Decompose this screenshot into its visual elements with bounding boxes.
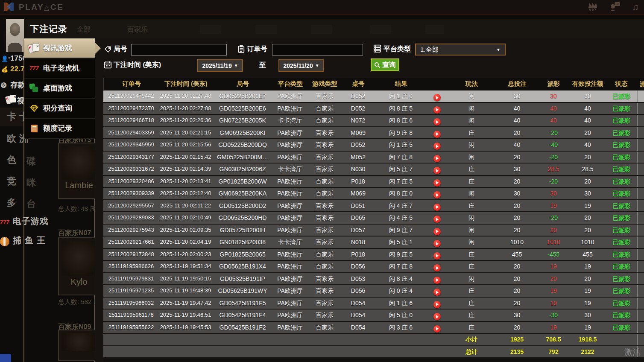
- table-row[interactable]: 2511191959611762025-11-19 19:46:51GD0542…: [103, 309, 644, 321]
- play-video-button[interactable]: [433, 155, 441, 162]
- playace-logo-icon: [3, 1, 15, 12]
- cell-platform: PA欧洲厅: [273, 90, 307, 102]
- play-video-button[interactable]: [433, 240, 441, 247]
- table-row[interactable]: 2511191959712352025-11-19 19:48:39GD0562…: [103, 285, 644, 297]
- table-row[interactable]: 2511200293431772025-11-20 02:15:42GM0522…: [103, 152, 644, 163]
- table-row[interactable]: 2511200294033592025-11-20 02:21:15GM0692…: [103, 127, 644, 139]
- table-row[interactable]: 2511200292955572025-11-20 02:11:22GD0512…: [103, 200, 644, 212]
- play-video-button[interactable]: [433, 264, 441, 272]
- table-row[interactable]: 2511200291738482025-11-20 02:00:23GP0182…: [103, 249, 644, 260]
- cell-play[interactable]: [427, 152, 446, 163]
- play-video-button[interactable]: [433, 289, 441, 296]
- table-row[interactable]: 2511200292759432025-11-20 02:09:35GD0572…: [103, 225, 644, 236]
- cell-play[interactable]: [427, 127, 446, 139]
- play-video-button[interactable]: [433, 313, 441, 320]
- cell-total: 20: [497, 176, 537, 187]
- play-video-button[interactable]: [433, 191, 441, 199]
- cell-extra: [637, 285, 644, 297]
- cell-play[interactable]: [427, 90, 446, 102]
- table-row[interactable]: 2511191959866262025-11-19 19:51:34GD0562…: [103, 261, 644, 272]
- play-video-button[interactable]: [433, 301, 441, 308]
- bg-tab-all: 全部: [77, 25, 91, 34]
- customer-service-icon[interactable]: [609, 1, 621, 13]
- play-video-button[interactable]: [433, 216, 441, 223]
- table-row[interactable]: 2511191959556222025-11-19 19:45:53GD0542…: [103, 322, 644, 333]
- order-input[interactable]: [272, 44, 363, 55]
- sidebar-item-5[interactable]: 额度记录: [24, 119, 95, 139]
- play-video-button[interactable]: [433, 204, 441, 211]
- sidebar-item-label: 电子老虎机: [43, 63, 79, 73]
- table-row[interactable]: 2511200294794422025-11-20 02:27:48GD0522…: [103, 90, 644, 102]
- sidebar-item-3[interactable]: 桌面游戏: [24, 79, 95, 99]
- cell-play[interactable]: [427, 285, 446, 297]
- cell-round: [212, 334, 273, 345]
- cell-play[interactable]: [427, 298, 446, 309]
- cell-round: GN03025B2006Z: [212, 163, 273, 175]
- table-row[interactable]: 2511200292176612025-11-20 02:04:19GN0182…: [103, 236, 644, 248]
- vip-label: VIP: [589, 8, 597, 12]
- round-input[interactable]: [131, 44, 227, 55]
- platform-select[interactable]: 1.全部 ▼: [415, 44, 506, 55]
- cell-time: 2025-11-20 02:14:39: [159, 163, 212, 175]
- date-to-picker[interactable]: 2025/11/20 ▼: [278, 59, 324, 72]
- table-row[interactable]: 2511200292890332025-11-20 02:10:49GD0652…: [103, 212, 644, 224]
- cell-game: 百家乐: [307, 225, 342, 236]
- cell-play[interactable]: [427, 225, 446, 236]
- play-video-button[interactable]: [433, 106, 441, 114]
- cell-game: 百家乐: [307, 152, 342, 163]
- vip-icon[interactable]: VIP: [588, 2, 598, 12]
- cell-bet: 闲: [446, 115, 497, 126]
- bg-nav-label: 电子游戏: [13, 216, 49, 226]
- cell-order: 251120029289033: [103, 212, 159, 224]
- play-video-button[interactable]: [433, 277, 441, 284]
- play-video-button[interactable]: [433, 252, 441, 260]
- cell-play[interactable]: [427, 273, 446, 285]
- cell-status: [606, 334, 637, 345]
- cell-status: 已派彩: [606, 127, 637, 139]
- cell-extra: [637, 200, 644, 212]
- cell-play[interactable]: [427, 200, 446, 212]
- cell-play[interactable]: [427, 163, 446, 175]
- date-from-picker[interactable]: 2025/11/19 ▼: [197, 59, 243, 72]
- table-row[interactable]: 2511200294723702025-11-20 02:27:08GD0522…: [103, 103, 644, 114]
- table-row[interactable]: 2511200293204862025-11-20 02:13:41GP0182…: [103, 176, 644, 187]
- play-video-button[interactable]: [433, 325, 441, 333]
- sidebar-item-4[interactable]: 积分查询: [24, 99, 95, 119]
- cell-result: [374, 334, 427, 345]
- play-video-button[interactable]: [433, 179, 441, 187]
- cell-play[interactable]: [427, 176, 446, 187]
- play-video-button[interactable]: [433, 94, 441, 101]
- cell-play[interactable]: [427, 188, 446, 199]
- cell-play[interactable]: [427, 261, 446, 272]
- table-row[interactable]: 2511200293316722025-11-20 02:14:39GN0302…: [103, 163, 644, 175]
- play-video-button[interactable]: [433, 118, 441, 126]
- cell-play[interactable]: [427, 309, 446, 321]
- cell-result: 闲 7 庄 8: [374, 261, 427, 272]
- table-row[interactable]: 2511200293459592025-11-20 02:15:56GD0522…: [103, 139, 644, 151]
- bet-records-table: 订单号下注时间 (美东)局号平台类型游戏类型桌号结果玩法总投注派彩有效投注额状态…: [103, 78, 644, 357]
- play-video-button[interactable]: [433, 143, 441, 150]
- table-row[interactable]: 2511200294667182025-11-20 02:26:36GN0722…: [103, 115, 644, 126]
- cell-play[interactable]: [427, 249, 446, 260]
- cell-payout: 20: [537, 273, 570, 285]
- sidebar-item-2[interactable]: 777电子老虎机: [24, 58, 95, 79]
- play-video-button[interactable]: [433, 167, 441, 174]
- table-row[interactable]: 2511200293093392025-11-20 02:12:40GM0692…: [103, 188, 644, 199]
- cell-play[interactable]: [427, 139, 446, 151]
- cell-play[interactable]: [427, 115, 446, 126]
- music-icon[interactable]: ♫: [632, 2, 639, 13]
- sidebar-item-1[interactable]: K9视讯游戏: [24, 38, 95, 58]
- table-row[interactable]: 2511191959660322025-11-19 19:47:42GD0542…: [103, 298, 644, 309]
- cell-play[interactable]: [427, 236, 446, 248]
- cell-extra: [637, 225, 644, 236]
- cell-play[interactable]: [427, 212, 446, 224]
- play-video-button[interactable]: [433, 131, 441, 138]
- cell-play[interactable]: [427, 322, 446, 333]
- search-button[interactable]: 查询: [371, 58, 399, 71]
- cell-game: 百家乐: [307, 103, 342, 114]
- play-video-button[interactable]: [433, 228, 441, 235]
- column-header: 桌号: [342, 78, 375, 90]
- cell-play[interactable]: [427, 103, 446, 114]
- cell-order: 251120029466718: [103, 115, 159, 126]
- table-row[interactable]: 2511191959798312025-11-19 19:50:15GD0532…: [103, 273, 644, 285]
